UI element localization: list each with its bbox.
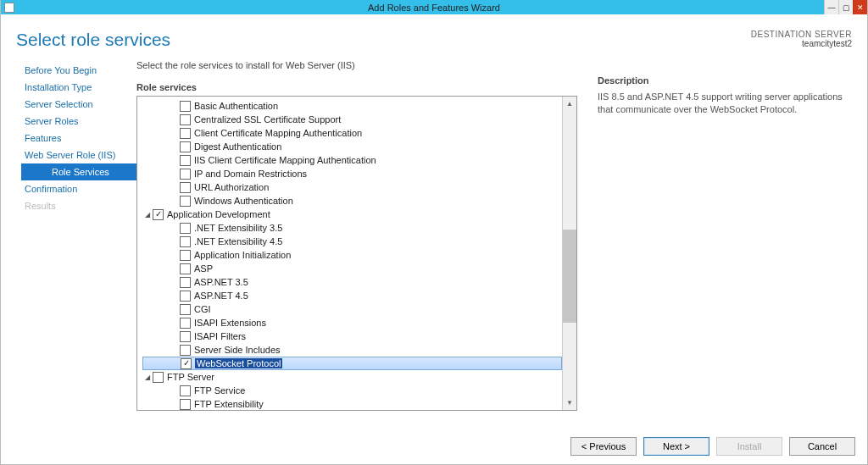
main-content: Select the role services to install for …: [136, 57, 852, 411]
tree-node-label: ASP.NET 3.5: [194, 277, 248, 287]
checkbox[interactable]: [180, 385, 191, 396]
tree-node-label: ASP.NET 4.5: [194, 291, 248, 301]
tree-node[interactable]: Centralized SSL Certificate Support: [142, 113, 562, 126]
checkbox[interactable]: [180, 169, 191, 180]
tree-node-label: Windows Authentication: [194, 196, 293, 206]
nav-item[interactable]: Before You Begin: [1, 62, 136, 79]
tree-node[interactable]: ◢Application Development: [142, 208, 562, 221]
tree-node[interactable]: CGI: [142, 302, 562, 316]
nav-item[interactable]: Server Selection: [1, 96, 136, 113]
nav-item[interactable]: Web Server Role (IIS): [1, 147, 136, 163]
checkbox[interactable]: [180, 141, 191, 152]
tree-node[interactable]: ISAPI Extensions: [142, 316, 562, 329]
titlebar[interactable]: Add Roles and Features Wizard — ▢ ✕: [1, 0, 867, 14]
tree-node[interactable]: Server Side Includes: [142, 343, 562, 357]
checkbox[interactable]: [180, 277, 191, 288]
role-services-column: Select the role services to install for …: [136, 57, 577, 411]
checkbox[interactable]: [180, 196, 191, 207]
tree-node[interactable]: ASP.NET 3.5: [142, 275, 562, 289]
tree-node-label: WebSocket Protocol: [195, 358, 282, 368]
body: Before You BeginInstallation TypeServer …: [1, 57, 867, 411]
tree-node[interactable]: FTP Service: [142, 384, 562, 397]
checkbox[interactable]: [180, 236, 191, 247]
window-title: Add Roles and Features Wizard: [1, 3, 867, 13]
checkbox[interactable]: [180, 155, 191, 166]
checkbox[interactable]: [181, 358, 192, 369]
tree-node-label: CGI: [194, 304, 211, 314]
wizard-nav: Before You BeginInstallation TypeServer …: [1, 57, 136, 411]
checkbox[interactable]: [180, 331, 191, 342]
destination-label: DESTINATION SERVER: [751, 30, 852, 39]
previous-button[interactable]: < Previous: [570, 437, 637, 456]
checkbox[interactable]: [180, 318, 191, 329]
tree-node[interactable]: ◢FTP Server: [142, 370, 562, 384]
tree-viewport[interactable]: Basic AuthenticationCentralized SSL Cert…: [137, 97, 562, 410]
tree-node[interactable]: Application Initialization: [142, 248, 562, 262]
tree-node-label: Server Side Includes: [194, 345, 281, 355]
destination-server: DESTINATION SERVER teamcitytest2: [751, 30, 852, 50]
checkbox[interactable]: [180, 291, 191, 302]
checkbox[interactable]: [180, 128, 191, 139]
tree-node[interactable]: IIS Client Certificate Mapping Authentic…: [142, 153, 562, 167]
tree-node-label: ISAPI Filters: [194, 331, 246, 341]
tree-node-label: ISAPI Extensions: [194, 318, 266, 328]
checkbox[interactable]: [180, 304, 191, 315]
tree-node-label: Basic Authentication: [194, 101, 278, 111]
checkbox[interactable]: [180, 182, 191, 193]
tree-node-label: Digest Authentication: [194, 141, 281, 152]
tree-node[interactable]: WebSocket Protocol: [142, 357, 562, 370]
role-services-label: Role services: [136, 82, 577, 92]
checkbox[interactable]: [180, 114, 191, 125]
checkbox[interactable]: [180, 345, 191, 356]
cancel-button[interactable]: Cancel: [789, 437, 855, 456]
tree-node-label: Client Certificate Mapping Authenticatio…: [194, 128, 362, 138]
tree-node[interactable]: ASP.NET 4.5: [142, 289, 562, 302]
tree-node[interactable]: .NET Extensibility 3.5: [142, 221, 562, 235]
tree-node[interactable]: Basic Authentication: [142, 99, 562, 113]
header: Select role services DESTINATION SERVER …: [1, 14, 867, 57]
tree-node[interactable]: ASP: [142, 262, 562, 275]
checkbox[interactable]: [180, 101, 191, 112]
checkbox[interactable]: [153, 209, 164, 220]
instruction-text: Select the role services to install for …: [136, 60, 577, 70]
tree-node-label: Application Initialization: [194, 250, 291, 260]
checkbox[interactable]: [180, 250, 191, 261]
role-services-tree: Basic AuthenticationCentralized SSL Cert…: [136, 96, 577, 411]
scrollbar-thumb[interactable]: [563, 230, 576, 323]
nav-item[interactable]: Features: [1, 130, 136, 147]
nav-item: Results: [1, 197, 136, 214]
next-button[interactable]: Next >: [643, 437, 709, 456]
tree-node[interactable]: Digest Authentication: [142, 140, 562, 153]
page-title: Select role services: [16, 30, 170, 50]
scroll-up-arrow-icon[interactable]: ▲: [563, 97, 576, 111]
tree-node-label: Application Development: [167, 209, 270, 219]
tree-node-label: .NET Extensibility 4.5: [194, 236, 282, 246]
nav-item[interactable]: Confirmation: [1, 180, 136, 197]
tree-node[interactable]: ISAPI Filters: [142, 329, 562, 343]
collapse-icon[interactable]: ◢: [142, 374, 153, 381]
tree-node-label: FTP Extensibility: [194, 399, 264, 409]
nav-item[interactable]: Installation Type: [1, 79, 136, 96]
nav-item[interactable]: Server Roles: [1, 113, 136, 130]
scrollbar-track[interactable]: [563, 111, 576, 396]
checkbox[interactable]: [180, 223, 191, 234]
checkbox[interactable]: [153, 372, 164, 383]
tree-node-label: IP and Domain Restrictions: [194, 169, 307, 179]
tree-node-label: .NET Extensibility 3.5: [194, 223, 282, 233]
checkbox[interactable]: [180, 263, 191, 274]
vertical-scrollbar[interactable]: ▲ ▼: [562, 97, 576, 410]
tree-node[interactable]: IP and Domain Restrictions: [142, 167, 562, 180]
tree-node-label: ASP: [194, 263, 213, 274]
nav-item[interactable]: Role Services: [21, 163, 136, 180]
tree-node[interactable]: Windows Authentication: [142, 194, 562, 208]
tree-node-label: URL Authorization: [194, 182, 269, 192]
tree-node[interactable]: FTP Extensibility: [142, 397, 562, 410]
install-button[interactable]: Install: [716, 437, 782, 456]
scroll-down-arrow-icon[interactable]: ▼: [563, 396, 576, 410]
tree-node[interactable]: URL Authorization: [142, 180, 562, 194]
checkbox[interactable]: [180, 399, 191, 410]
tree-node[interactable]: .NET Extensibility 4.5: [142, 235, 562, 248]
collapse-icon[interactable]: ◢: [142, 211, 153, 219]
tree-node[interactable]: Client Certificate Mapping Authenticatio…: [142, 126, 562, 140]
wizard-window: Add Roles and Features Wizard — ▢ ✕ Sele…: [0, 0, 868, 465]
